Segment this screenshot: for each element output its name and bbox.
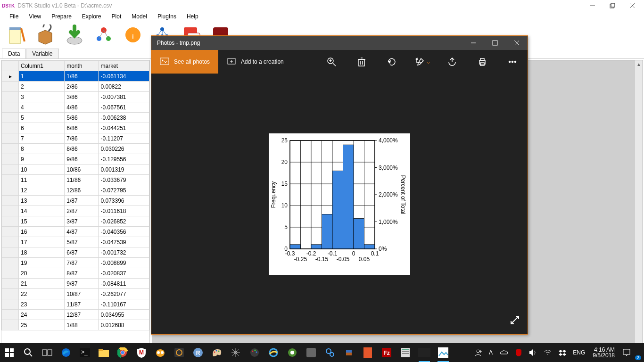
share-button[interactable] [437,50,467,74]
menu-plugins[interactable]: PlugIns [153,12,181,21]
table-row[interactable]: 33/86-0.007381 [2,92,149,102]
clock[interactable]: 4:16 AM 9/5/2018 [589,347,619,358]
table-row[interactable]: 1010/860.001319 [2,165,149,175]
menu-plot[interactable]: Plot [107,12,126,21]
col-header[interactable]: market [99,61,149,71]
maximize-button[interactable] [603,0,622,11]
ie-icon[interactable] [264,343,283,362]
table-row[interactable]: 1212/86-0.072795 [2,185,149,196]
table-row[interactable]: 186/87-0.001732 [2,247,149,258]
photos-close-button[interactable] [506,36,528,50]
table-row[interactable]: 142/87-0.011618 [2,206,149,216]
menu-help[interactable]: Help [182,12,203,21]
table-row[interactable]: 2412/870.034955 [2,310,149,320]
task-view-button[interactable] [38,343,57,362]
table-row[interactable]: 153/87-0.026852 [2,216,149,227]
table-row[interactable]: 175/87-0.047539 [2,237,149,247]
spider-icon[interactable] [226,343,245,362]
notifications-icon[interactable] [619,343,634,362]
more-button[interactable] [497,50,528,74]
menu-explore[interactable]: Explore [77,12,106,21]
table-row[interactable]: 2311/87-0.110167 [2,299,149,310]
chrome-icon[interactable] [113,343,132,362]
tab-data[interactable]: Data [2,49,26,58]
dstk-taskbar-icon[interactable] [415,343,434,362]
orange-app-icon[interactable] [358,343,377,362]
table-row[interactable]: 219/87-0.084811 [2,279,149,289]
minimize-button[interactable] [583,0,603,11]
table-row[interactable]: 99/86-0.129556 [2,154,149,165]
search-button[interactable] [19,343,38,362]
col-header[interactable]: Column1 [19,61,65,71]
table-row[interactable]: 22/860.00822 [2,82,149,92]
rotate-button[interactable] [377,50,407,74]
title-bar[interactable]: DSTK DSTK Studio v1.0 Beta - D:\acme.csv [0,0,644,11]
add-to-creation-button[interactable]: Add to a creation [218,57,292,67]
dark-app-icon[interactable] [170,343,189,362]
photos-maximize-button[interactable] [484,36,506,50]
gray-app-icon[interactable] [302,343,321,362]
terminal-icon[interactable]: >_ [75,343,94,362]
explorer-icon[interactable] [94,343,113,362]
gears-icon[interactable] [321,343,339,362]
volume-icon[interactable] [526,343,540,362]
start-button[interactable] [0,343,19,362]
drive-download-button[interactable] [61,23,88,47]
table-row[interactable]: 2210/87-0.262077 [2,289,149,299]
owl-icon[interactable] [151,343,170,362]
print-button[interactable] [467,50,497,74]
data-grid-wrapper[interactable]: Column1monthmarket▸11/86-0.06113422/860.… [1,60,150,361]
scroll-up-icon[interactable]: ▴ [635,60,643,68]
see-all-photos-button[interactable]: See all photos [151,50,218,74]
table-row[interactable]: 1111/86-0.033679 [2,175,149,185]
table-row[interactable]: 66/86-0.044251 [2,123,149,133]
table-row[interactable]: 251/880.012688 [2,320,149,330]
info-button[interactable]: i [120,23,146,47]
zoom-button[interactable] [316,50,347,74]
menu-view[interactable]: View [24,12,46,21]
table-row[interactable]: 131/870.073396 [2,196,149,206]
mcafee-icon[interactable]: M [132,343,151,362]
edge-icon[interactable] [57,343,75,362]
photos-title-bar[interactable]: Photos - tmp.png [151,36,528,50]
tray-chevron-icon[interactable]: ᐱ [486,343,495,362]
table-row[interactable]: 164/87-0.040356 [2,227,149,237]
photos-minimize-button[interactable] [462,36,484,50]
delete-button[interactable] [347,50,377,74]
r-icon[interactable]: R [189,343,207,362]
taskbar[interactable]: >_ M R Fz ᐱ ENG 4:16 AM 9/5/2018 2 [0,343,644,362]
mcafee-tray-icon[interactable] [512,343,525,362]
language-indicator[interactable]: ENG [570,343,588,362]
row-header-corner[interactable] [2,61,19,71]
paint-icon[interactable] [207,343,226,362]
palette-icon[interactable] [245,343,264,362]
filezilla-icon[interactable]: Fz [377,343,396,362]
col-header[interactable]: month [65,61,99,71]
nodes-button[interactable] [91,23,117,47]
edit-button[interactable]: ⌵ [407,50,437,74]
green-app-icon[interactable] [283,343,302,362]
vertical-scrollbar[interactable]: ▴ ▾ [635,60,643,361]
table-row[interactable]: 77/86-0.11207 [2,133,149,144]
photos-taskbar-icon[interactable] [434,343,453,362]
table-row[interactable]: 88/860.030226 [2,144,149,154]
table-row[interactable]: ▸11/86-0.061134 [2,71,149,82]
close-button[interactable] [622,0,642,11]
package-button[interactable] [32,23,58,47]
wifi-icon[interactable] [541,343,555,362]
people-icon[interactable] [471,343,485,362]
table-row[interactable]: 197/87-0.008899 [2,258,149,268]
table-row[interactable]: 208/87-0.020837 [2,268,149,279]
tab-variable[interactable]: Variable [26,49,58,58]
menu-prepare[interactable]: Prepare [47,12,76,21]
onedrive-icon[interactable] [496,343,512,362]
wizard-icon[interactable] [339,343,358,362]
menu-file[interactable]: File [5,12,23,21]
table-row[interactable]: 44/86-0.067561 [2,102,149,113]
fullscreen-button[interactable] [510,315,520,327]
notepad-button[interactable] [3,23,29,47]
doc-icon[interactable] [396,343,415,362]
dropbox-icon[interactable] [556,343,569,362]
menu-model[interactable]: Model [127,12,152,21]
table-row[interactable]: 55/86-0.006238 [2,113,149,123]
